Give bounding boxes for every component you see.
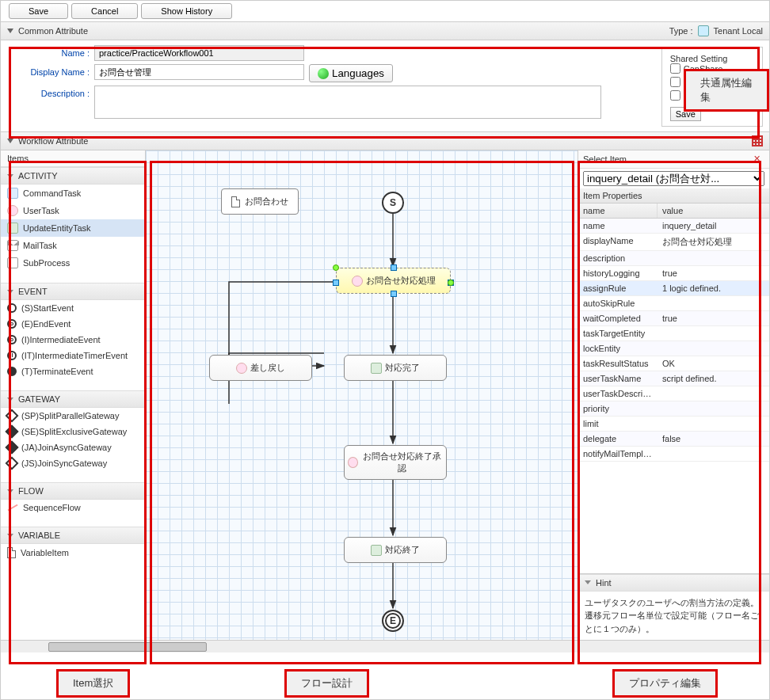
hint-text-2: 遷移元フロー名単位で設定可能（フロー名ごとに１つのみ）。: [585, 609, 763, 635]
group-header-event[interactable]: EVENT: [1, 283, 145, 300]
node-complete[interactable]: 対応完了: [344, 355, 447, 381]
item-sequenceflow[interactable]: SequenceFlow: [1, 500, 145, 515]
item-icon: [7, 351, 17, 360]
delete-icon[interactable]: ✕: [753, 154, 764, 165]
shared-legend: Shared Setting: [670, 54, 728, 63]
item-icon: [7, 547, 16, 558]
description-label: Description :: [7, 86, 94, 98]
node-approval[interactable]: お問合せ対応終了承認: [344, 445, 447, 480]
scroll-thumb[interactable]: [48, 642, 207, 652]
node-end-handle[interactable]: 対応終了: [344, 537, 447, 563]
history-button[interactable]: Show History: [141, 3, 232, 19]
display-name-input[interactable]: [94, 64, 304, 80]
item-variableitem[interactable]: VariableItem: [1, 544, 145, 561]
chevron-down-icon: [7, 290, 13, 294]
prop-row-userTaskName[interactable]: userTaskNamescript defined.: [578, 371, 769, 386]
resize-handle[interactable]: [391, 264, 397, 271]
start-event[interactable]: S: [382, 192, 404, 214]
languages-button[interactable]: Languages: [309, 64, 393, 82]
chevron-down-icon: [7, 489, 13, 493]
name-label: Name :: [7, 45, 94, 58]
item-tterminateevent[interactable]: (T)TerminateEvent: [1, 363, 145, 379]
prop-row-limit[interactable]: limit: [578, 417, 769, 432]
prop-row-taskTargetEntity[interactable]: taskTargetEntity: [578, 326, 769, 341]
prop-row-assignRule[interactable]: assignRule1 logic defined.: [578, 281, 769, 296]
hint-header[interactable]: Hint: [578, 574, 769, 592]
group-header-activity[interactable]: ACTIVITY: [1, 167, 145, 185]
item-mailtask[interactable]: MailTask: [1, 237, 145, 254]
item-spsplitparallelgateway[interactable]: (SP)SplitParallelGateway: [1, 408, 145, 424]
top-toolbar: Save Cancel Show History: [1, 1, 769, 21]
node-inquiry-detail[interactable]: お問合せ対応処理: [336, 268, 451, 294]
flow-canvas[interactable]: お問合わせ S お問合せ対応処理 差し戻し: [146, 150, 578, 640]
prop-row-historyLogging[interactable]: historyLoggingtrue: [578, 266, 769, 281]
end-event[interactable]: E: [382, 610, 404, 632]
common-attribute-title: Common Attribute: [18, 26, 88, 36]
prop-row-notifyMailTemplate[interactable]: notifyMailTemplate: [578, 447, 769, 462]
item-select[interactable]: inquery_detail (お問合せ対...: [583, 171, 764, 186]
group-header-flow[interactable]: FLOW: [1, 482, 145, 500]
prop-row-name[interactable]: nameinquery_detail: [578, 219, 769, 234]
document-icon: [231, 196, 240, 207]
prop-row-description[interactable]: description: [578, 251, 769, 266]
item-icon: [7, 188, 18, 199]
item-icon: [6, 441, 19, 455]
prop-row-taskResultStatus[interactable]: taskResultStatusOK: [578, 356, 769, 371]
item-icon: [7, 240, 18, 251]
prop-row-lockEntity[interactable]: lockEntity: [578, 341, 769, 356]
anchor[interactable]: [448, 280, 454, 286]
user-task-icon: [236, 363, 247, 374]
can-overwrite-checkbox[interactable]: [670, 77, 680, 87]
item-icon: [7, 335, 17, 344]
item-iintermediateevent[interactable]: (I)IntermediateEvent: [1, 332, 145, 348]
item-commandtask[interactable]: CommandTask: [1, 185, 145, 202]
workflow-attribute-title: Workflow Attribute: [18, 136, 88, 146]
item-eendevent[interactable]: (E)EndEvent: [1, 316, 145, 332]
type-value: Tenant Local: [714, 26, 763, 36]
anchor[interactable]: [333, 264, 339, 271]
prop-row-waitCompleted[interactable]: waitCompletedtrue: [578, 311, 769, 326]
group-header-variable[interactable]: VARIABLE: [1, 527, 145, 544]
prop-row-displayName[interactable]: displayNameお問合せ対応処理: [578, 234, 769, 251]
item-icon: [7, 257, 18, 268]
item-icon: [7, 205, 18, 216]
workflow-attribute-header[interactable]: Workflow Attribute: [1, 131, 769, 150]
prop-row-delegate[interactable]: delegatefalse: [578, 432, 769, 447]
resize-handle[interactable]: [391, 291, 397, 297]
shared-setting-box: Shared Setting CanShare CanOverwrite Can…: [661, 47, 763, 127]
can-share-checkbox[interactable]: [670, 63, 680, 74]
col-name: name: [578, 204, 658, 218]
item-sesplitexclusivegateway[interactable]: (SE)SplitExclusiveGateway: [1, 424, 145, 439]
name-input[interactable]: [94, 45, 304, 61]
item-icon: [7, 367, 17, 376]
cancel-button[interactable]: Cancel: [71, 3, 138, 19]
shared-save-button[interactable]: Save: [670, 107, 701, 121]
prop-row-autoSkipRule[interactable]: autoSkipRule: [578, 296, 769, 311]
item-updateentitytask[interactable]: UpdateEntityTask: [1, 219, 145, 237]
save-button[interactable]: Save: [9, 3, 68, 19]
prop-row-userTaskDescript...[interactable]: userTaskDescript...: [578, 386, 769, 401]
resize-handle[interactable]: [333, 280, 339, 286]
item-subprocess[interactable]: SubProcess: [1, 254, 145, 272]
item-usertask[interactable]: UserTask: [1, 202, 145, 219]
can-security-share-checkbox[interactable]: [670, 90, 680, 101]
item-icon: [7, 303, 17, 313]
grid-icon[interactable]: [752, 135, 763, 146]
common-attribute-header[interactable]: Common Attribute Type : Tenant Local: [1, 21, 769, 40]
item-itintermediatetimerevent[interactable]: (IT)IntermediateTimerEvent: [1, 348, 145, 363]
annot-prop-edit: プロパティ編集: [612, 669, 718, 698]
horizontal-scrollbar[interactable]: [1, 640, 769, 652]
description-textarea[interactable]: [94, 86, 601, 119]
type-label: Type :: [669, 26, 693, 36]
hint-text-1: ユーザタスクのユーザへの割当方法の定義。: [585, 596, 763, 610]
item-jajoinasyncgateway[interactable]: (JA)JoinAsyncGateway: [1, 439, 145, 455]
node-return[interactable]: 差し戻し: [209, 355, 312, 381]
item-jsjoinsyncgateway[interactable]: (JS)JoinSyncGateway: [1, 455, 145, 471]
user-task-icon: [352, 276, 363, 287]
item-sstartevent[interactable]: (S)StartEvent: [1, 300, 145, 316]
sticky-note[interactable]: お問合わせ: [221, 188, 299, 215]
items-title: Items: [1, 150, 145, 167]
group-header-gateway[interactable]: GATEWAY: [1, 390, 145, 408]
items-panel: Items ACTIVITYCommandTaskUserTaskUpdateE…: [1, 150, 146, 640]
prop-row-priority[interactable]: priority: [578, 401, 769, 417]
